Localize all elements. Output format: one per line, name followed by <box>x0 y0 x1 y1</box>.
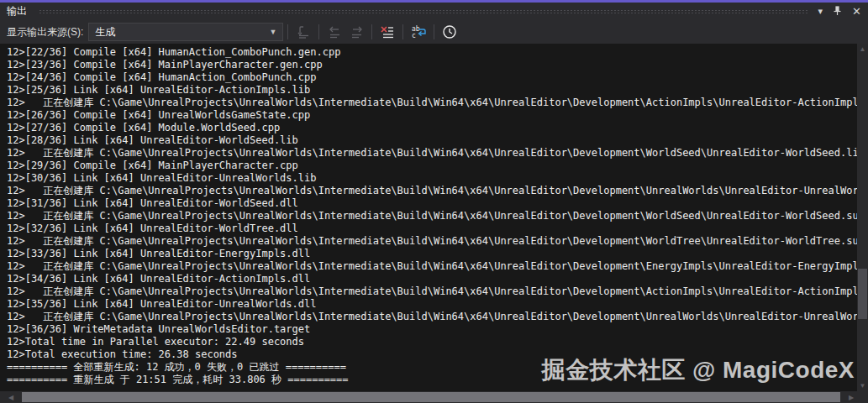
drag-grip-texture[interactable] <box>39 9 808 14</box>
scroll-left-arrow-icon[interactable]: ◀ <box>5 391 17 403</box>
output-source-combobox[interactable]: 生成 ▼ <box>88 23 283 41</box>
clear-all-icon <box>380 25 395 39</box>
log-line: 12>Total time in Parallel executor: 22.4… <box>7 336 857 348</box>
toolbar-separator <box>434 24 434 39</box>
log-line: 12>[34/36] Link [x64] UnrealEditor-Actio… <box>7 273 857 285</box>
log-line: 12>[31/36] Link [x64] UnrealEditor-World… <box>7 197 857 210</box>
previous-message-button[interactable] <box>324 22 345 42</box>
log-line: 12>[33/36] Link [x64] UnrealEditor-Energ… <box>7 248 857 260</box>
output-source-selected-value: 生成 <box>95 25 115 39</box>
clear-all-button[interactable] <box>376 22 398 42</box>
log-line: 12> 正在创建库 C:\Game\UnrealProjects\UnrealW… <box>7 147 857 160</box>
toolbar-separator <box>402 24 403 39</box>
horizontal-scrollbar-thumb[interactable] <box>22 392 840 402</box>
log-line: 12>[22/36] Compile [x64] HumanAction_Com… <box>7 46 857 59</box>
toolbar-separator <box>287 24 288 39</box>
scrollbar-corner <box>857 391 868 403</box>
vertical-scrollbar[interactable]: ▲ ▼ <box>857 44 868 391</box>
log-line: 12> 正在创建库 C:\Game\UnrealProjects\UnrealW… <box>7 97 857 109</box>
log-line: 12> 正在创建库 C:\Game\UnrealProjects\UnrealW… <box>7 210 857 222</box>
next-message-button[interactable] <box>345 22 367 42</box>
log-area[interactable]: 12>[22/36] Compile [x64] HumanAction_Com… <box>0 44 857 391</box>
previous-message-arrow-icon <box>328 25 342 39</box>
log-line: 12>[29/36] Compile [x64] MainPlayerChara… <box>7 160 857 172</box>
log-line: 12>[36/36] WriteMetadata UnrealWorldsEdi… <box>7 323 857 336</box>
log-line: 12> 正在创建库 C:\Game\UnrealProjects\UnrealW… <box>7 285 857 298</box>
horizontal-scrollbar[interactable]: ◀ ▶ <box>0 391 857 403</box>
log-line: 12> 正在创建库 C:\Game\UnrealProjects\UnrealW… <box>7 260 857 273</box>
toolbar-separator <box>371 24 372 39</box>
next-message-arrow-icon <box>350 25 364 39</box>
show-output-from-label: 显示输出来源(S): <box>7 25 83 39</box>
log-line: 12>[26/36] Compile [x64] UnrealWorldsGam… <box>7 109 857 122</box>
svg-text:c: c <box>412 32 416 39</box>
log-line: 12>[23/36] Compile [x64] MainPlayerChara… <box>7 59 857 71</box>
close-icon[interactable]: ✕ <box>852 6 861 17</box>
log-line: ========== 全部重新生成: 12 成功，0 失败，0 已跳过 ====… <box>7 361 857 374</box>
output-tool-window: 输出 ▾ ✕ 显示输出来源(S): 生成 ▼ <box>0 0 868 403</box>
log-line: 12>[32/36] Link [x64] UnrealEditor-World… <box>7 222 857 235</box>
log-line: 12> 正在创建库 C:\Game\UnrealProjects\UnrealW… <box>7 185 857 197</box>
log-line: 12>[28/36] Link [x64] UnrealEditor-World… <box>7 134 857 147</box>
clock-icon <box>442 24 457 39</box>
combobox-caret-icon: ▼ <box>269 28 276 36</box>
window-position-chevron-down-icon[interactable]: ▾ <box>818 7 823 16</box>
log-line: 12>[24/36] Compile [x64] HumanAction_Com… <box>7 71 857 84</box>
go-to-related-message-icon <box>297 25 311 39</box>
log-line: 12>[35/36] Link [x64] UnrealEditor-Unrea… <box>7 298 857 311</box>
go-to-related-message-button[interactable] <box>292 22 314 42</box>
output-toolbar: 显示输出来源(S): 生成 ▼ <box>0 20 868 44</box>
timestamp-clock-button[interactable] <box>439 22 460 42</box>
pin-icon[interactable] <box>833 6 842 18</box>
log-line: 12>[25/36] Link [x64] UnrealEditor-Actio… <box>7 84 857 97</box>
log-line: 12>Total execution time: 26.38 seconds <box>7 348 857 361</box>
log-line: 12> 正在创建库 C:\Game\UnrealProjects\UnrealW… <box>7 311 857 323</box>
vertical-scrollbar-thumb[interactable] <box>858 269 867 319</box>
toolbar-separator <box>318 24 319 39</box>
scroll-up-arrow-icon[interactable]: ▲ <box>857 44 868 55</box>
scroll-down-arrow-icon[interactable]: ▼ <box>857 380 868 391</box>
word-wrap-icon: ab c <box>411 25 427 39</box>
log-line: 12> 正在创建库 C:\Game\UnrealProjects\UnrealW… <box>7 235 857 248</box>
word-wrap-toggle-button[interactable]: ab c <box>408 22 429 42</box>
scroll-right-arrow-icon[interactable]: ▶ <box>845 391 857 403</box>
output-panel-titlebar[interactable]: 输出 ▾ ✕ <box>0 3 868 20</box>
log-line: ========== 重新生成 于 21:51 完成，耗时 33.806 秒 =… <box>7 374 857 386</box>
panel-title: 输出 <box>7 4 27 18</box>
log-line: 12>[30/36] Link [x64] UnrealEditor-Unrea… <box>7 172 857 185</box>
log-line: 12>[27/36] Compile [x64] Module.WorldSee… <box>7 122 857 134</box>
